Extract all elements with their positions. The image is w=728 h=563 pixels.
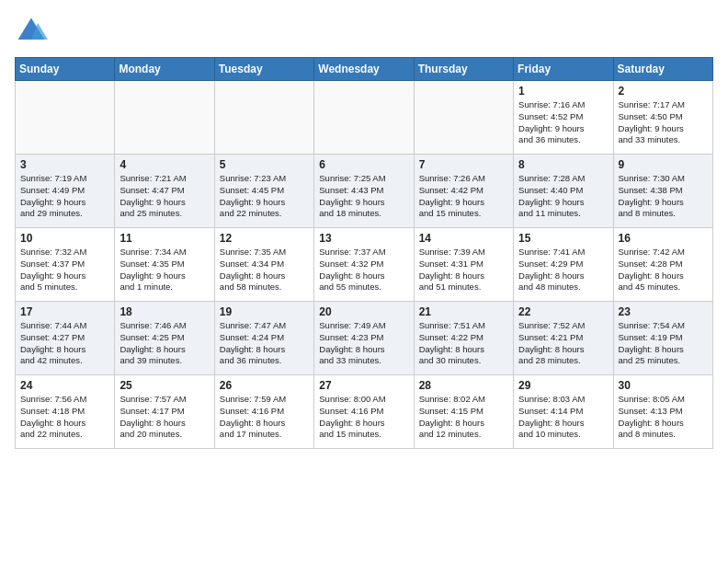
weekday-header-saturday: Saturday <box>613 58 712 81</box>
calendar-day: 4Sunrise: 7:21 AM Sunset: 4:47 PM Daylig… <box>115 155 214 228</box>
day-info: Sunrise: 7:59 AM Sunset: 4:16 PM Dayligh… <box>220 394 309 441</box>
calendar-day: 13Sunrise: 7:37 AM Sunset: 4:32 PM Dayli… <box>314 228 414 302</box>
calendar-day <box>16 81 115 155</box>
calendar-day: 19Sunrise: 7:47 AM Sunset: 4:24 PM Dayli… <box>214 302 313 375</box>
day-info: Sunrise: 7:32 AM Sunset: 4:37 PM Dayligh… <box>20 247 109 293</box>
day-info: Sunrise: 8:03 AM Sunset: 4:14 PM Dayligh… <box>518 394 608 441</box>
day-info: Sunrise: 7:21 AM Sunset: 4:47 PM Dayligh… <box>119 173 209 220</box>
day-number: 11 <box>119 232 209 245</box>
calendar-day: 21Sunrise: 7:51 AM Sunset: 4:22 PM Dayli… <box>414 302 513 375</box>
calendar-day: 2Sunrise: 7:17 AM Sunset: 4:50 PM Daylig… <box>613 81 712 155</box>
day-info: Sunrise: 7:39 AM Sunset: 4:31 PM Dayligh… <box>419 247 508 293</box>
day-number: 17 <box>20 305 109 318</box>
day-info: Sunrise: 7:37 AM Sunset: 4:32 PM Dayligh… <box>319 247 408 293</box>
calendar-day <box>414 81 513 155</box>
day-number: 23 <box>619 305 708 318</box>
weekday-header-friday: Friday <box>514 58 613 81</box>
day-info: Sunrise: 8:00 AM Sunset: 4:16 PM Dayligh… <box>319 394 408 441</box>
calendar-day <box>115 81 214 155</box>
day-info: Sunrise: 7:23 AM Sunset: 4:45 PM Dayligh… <box>220 173 309 220</box>
weekday-header-sunday: Sunday <box>16 58 115 81</box>
day-info: Sunrise: 7:56 AM Sunset: 4:18 PM Dayligh… <box>20 394 109 441</box>
day-number: 26 <box>220 379 309 392</box>
day-number: 25 <box>119 379 209 392</box>
day-info: Sunrise: 7:16 AM Sunset: 4:52 PM Dayligh… <box>518 99 608 146</box>
day-info: Sunrise: 7:54 AM Sunset: 4:19 PM Dayligh… <box>619 320 708 367</box>
day-number: 7 <box>419 158 508 171</box>
day-number: 19 <box>220 305 309 318</box>
day-number: 29 <box>518 379 608 392</box>
weekday-header-thursday: Thursday <box>414 58 513 81</box>
day-number: 6 <box>319 158 408 171</box>
calendar-day: 16Sunrise: 7:42 AM Sunset: 4:28 PM Dayli… <box>613 228 712 302</box>
day-info: Sunrise: 7:52 AM Sunset: 4:21 PM Dayligh… <box>518 320 608 367</box>
day-info: Sunrise: 7:35 AM Sunset: 4:34 PM Dayligh… <box>220 247 309 293</box>
day-number: 9 <box>619 158 708 171</box>
day-number: 16 <box>619 232 708 245</box>
calendar-day: 6Sunrise: 7:25 AM Sunset: 4:43 PM Daylig… <box>314 155 414 228</box>
calendar-day: 7Sunrise: 7:26 AM Sunset: 4:42 PM Daylig… <box>414 155 513 228</box>
logo-icon <box>15 15 48 48</box>
calendar-day: 28Sunrise: 8:02 AM Sunset: 4:15 PM Dayli… <box>414 375 513 449</box>
day-number: 18 <box>119 305 209 318</box>
calendar-day: 15Sunrise: 7:41 AM Sunset: 4:29 PM Dayli… <box>514 228 613 302</box>
day-info: Sunrise: 7:42 AM Sunset: 4:28 PM Dayligh… <box>619 247 708 293</box>
day-number: 27 <box>319 379 408 392</box>
day-info: Sunrise: 7:47 AM Sunset: 4:24 PM Dayligh… <box>220 320 309 367</box>
calendar-day: 26Sunrise: 7:59 AM Sunset: 4:16 PM Dayli… <box>214 375 313 449</box>
day-info: Sunrise: 8:02 AM Sunset: 4:15 PM Dayligh… <box>419 394 508 441</box>
weekday-header-monday: Monday <box>115 58 214 81</box>
calendar-day: 30Sunrise: 8:05 AM Sunset: 4:13 PM Dayli… <box>613 375 712 449</box>
calendar-day: 11Sunrise: 7:34 AM Sunset: 4:35 PM Dayli… <box>115 228 214 302</box>
weekday-header-tuesday: Tuesday <box>214 58 313 81</box>
day-info: Sunrise: 7:28 AM Sunset: 4:40 PM Dayligh… <box>518 173 608 220</box>
week-row-1: 1Sunrise: 7:16 AM Sunset: 4:52 PM Daylig… <box>16 81 713 155</box>
day-number: 10 <box>20 232 109 245</box>
day-info: Sunrise: 7:34 AM Sunset: 4:35 PM Dayligh… <box>119 247 209 293</box>
day-number: 14 <box>419 232 508 245</box>
day-info: Sunrise: 7:19 AM Sunset: 4:49 PM Dayligh… <box>20 173 109 220</box>
calendar-day: 5Sunrise: 7:23 AM Sunset: 4:45 PM Daylig… <box>214 155 313 228</box>
calendar-day: 20Sunrise: 7:49 AM Sunset: 4:23 PM Dayli… <box>314 302 414 375</box>
day-info: Sunrise: 7:44 AM Sunset: 4:27 PM Dayligh… <box>20 320 109 367</box>
day-number: 1 <box>518 85 608 98</box>
calendar-day: 8Sunrise: 7:28 AM Sunset: 4:40 PM Daylig… <box>514 155 613 228</box>
day-number: 22 <box>518 305 608 318</box>
day-number: 13 <box>319 232 408 245</box>
calendar-day <box>214 81 313 155</box>
day-number: 20 <box>319 305 408 318</box>
day-info: Sunrise: 7:30 AM Sunset: 4:38 PM Dayligh… <box>619 173 708 220</box>
calendar-day: 12Sunrise: 7:35 AM Sunset: 4:34 PM Dayli… <box>214 228 313 302</box>
day-number: 4 <box>119 158 209 171</box>
day-number: 5 <box>220 158 309 171</box>
day-number: 28 <box>419 379 508 392</box>
weekday-header-row: SundayMondayTuesdayWednesdayThursdayFrid… <box>16 58 713 81</box>
day-info: Sunrise: 7:57 AM Sunset: 4:17 PM Dayligh… <box>119 394 209 441</box>
calendar-day: 14Sunrise: 7:39 AM Sunset: 4:31 PM Dayli… <box>414 228 513 302</box>
day-info: Sunrise: 8:05 AM Sunset: 4:13 PM Dayligh… <box>619 394 708 441</box>
calendar-day: 17Sunrise: 7:44 AM Sunset: 4:27 PM Dayli… <box>16 302 115 375</box>
day-number: 30 <box>619 379 708 392</box>
logo <box>15 15 51 48</box>
calendar-day: 23Sunrise: 7:54 AM Sunset: 4:19 PM Dayli… <box>613 302 712 375</box>
day-number: 12 <box>220 232 309 245</box>
calendar-day: 9Sunrise: 7:30 AM Sunset: 4:38 PM Daylig… <box>613 155 712 228</box>
day-number: 24 <box>20 379 109 392</box>
weekday-header-wednesday: Wednesday <box>314 58 414 81</box>
calendar-day: 25Sunrise: 7:57 AM Sunset: 4:17 PM Dayli… <box>115 375 214 449</box>
calendar-day: 1Sunrise: 7:16 AM Sunset: 4:52 PM Daylig… <box>514 81 613 155</box>
day-info: Sunrise: 7:51 AM Sunset: 4:22 PM Dayligh… <box>419 320 508 367</box>
calendar-day <box>314 81 414 155</box>
day-number: 3 <box>20 158 109 171</box>
day-info: Sunrise: 7:25 AM Sunset: 4:43 PM Dayligh… <box>319 173 408 220</box>
week-row-3: 10Sunrise: 7:32 AM Sunset: 4:37 PM Dayli… <box>16 228 713 302</box>
calendar-day: 3Sunrise: 7:19 AM Sunset: 4:49 PM Daylig… <box>16 155 115 228</box>
day-info: Sunrise: 7:26 AM Sunset: 4:42 PM Dayligh… <box>419 173 508 220</box>
day-number: 21 <box>419 305 508 318</box>
calendar-table: SundayMondayTuesdayWednesdayThursdayFrid… <box>15 57 713 449</box>
day-info: Sunrise: 7:49 AM Sunset: 4:23 PM Dayligh… <box>319 320 408 367</box>
week-row-5: 24Sunrise: 7:56 AM Sunset: 4:18 PM Dayli… <box>16 375 713 449</box>
week-row-2: 3Sunrise: 7:19 AM Sunset: 4:49 PM Daylig… <box>16 155 713 228</box>
calendar-day: 24Sunrise: 7:56 AM Sunset: 4:18 PM Dayli… <box>16 375 115 449</box>
calendar-day: 29Sunrise: 8:03 AM Sunset: 4:14 PM Dayli… <box>514 375 613 449</box>
